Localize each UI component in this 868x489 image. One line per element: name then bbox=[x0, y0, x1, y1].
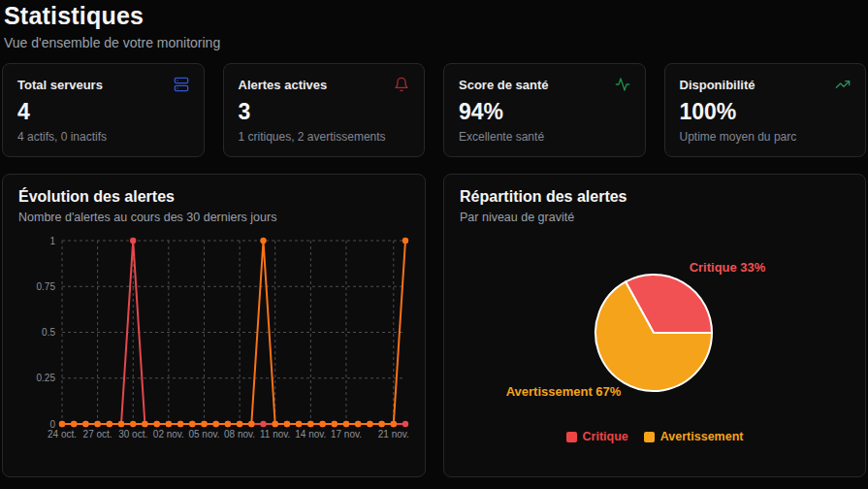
page-title: Statistiques bbox=[2, 2, 866, 30]
card-active-alerts: Alertes actives 3 1 critiques, 2 avertis… bbox=[223, 63, 426, 157]
alert-distribution-panel: Répartition des alertes Par niveau de gr… bbox=[443, 174, 866, 477]
svg-text:02 nov.: 02 nov. bbox=[153, 429, 184, 440]
panel-title: Évolution des alertes bbox=[18, 188, 409, 206]
card-sub: 1 critiques, 2 avertissements bbox=[239, 130, 410, 144]
legend-item-critique[interactable]: Critique bbox=[566, 430, 628, 443]
svg-text:05 nov.: 05 nov. bbox=[188, 429, 219, 440]
svg-text:11 nov.: 11 nov. bbox=[260, 429, 290, 440]
server-icon bbox=[174, 77, 189, 92]
svg-text:0.75: 0.75 bbox=[37, 281, 56, 292]
legend-item-avertissement[interactable]: Avertissement bbox=[644, 430, 744, 443]
stat-cards-row: Total serveurs 4 4 actifs, 0 inactifs Al… bbox=[2, 63, 866, 157]
legend-swatch-avertissement bbox=[644, 432, 655, 442]
statistics-page: Statistiques Vue d'ensemble de votre mon… bbox=[0, 0, 868, 479]
page-subtitle: Vue d'ensemble de votre monitoring bbox=[2, 35, 866, 50]
card-label: Disponibilité bbox=[680, 78, 755, 92]
card-label: Alertes actives bbox=[239, 78, 328, 92]
card-total-servers: Total serveurs 4 4 actifs, 0 inactifs bbox=[2, 63, 205, 157]
panel-subtitle: Par niveau de gravité bbox=[460, 211, 850, 224]
svg-text:24 oct.: 24 oct. bbox=[48, 429, 77, 440]
svg-text:14 nov.: 14 nov. bbox=[295, 429, 326, 440]
alert-evolution-panel: Évolution des alertes Nombre d'alertes a… bbox=[2, 174, 426, 477]
card-value: 4 bbox=[17, 99, 189, 125]
svg-text:08 nov.: 08 nov. bbox=[224, 429, 255, 440]
charts-row: Évolution des alertes Nombre d'alertes a… bbox=[2, 174, 866, 477]
alert-evolution-chart: 00.250.50.75124 oct.27 oct.30 oct.02 nov… bbox=[18, 232, 411, 447]
trending-up-icon bbox=[835, 77, 851, 92]
legend-label: Avertissement bbox=[660, 430, 744, 443]
svg-text:0.5: 0.5 bbox=[42, 327, 55, 338]
card-sub: 4 actifs, 0 inactifs bbox=[17, 130, 189, 144]
card-label: Total serveurs bbox=[17, 78, 103, 92]
card-value: 100% bbox=[680, 99, 852, 125]
card-label: Score de santé bbox=[459, 78, 549, 92]
svg-text:21 nov.: 21 nov. bbox=[378, 429, 409, 440]
svg-text:30 oct.: 30 oct. bbox=[118, 429, 147, 440]
svg-text:0: 0 bbox=[49, 419, 55, 430]
pie-legend: Critique Avertissement bbox=[460, 430, 850, 443]
svg-text:Critique 33%: Critique 33% bbox=[690, 260, 766, 275]
legend-label: Critique bbox=[583, 430, 628, 443]
card-value: 94% bbox=[459, 99, 630, 125]
alert-distribution-pie: Critique 33%Avertissement 67% bbox=[460, 232, 853, 426]
card-health-score: Score de santé 94% Excellente santé bbox=[443, 63, 646, 157]
card-availability: Disponibilité 100% Uptime moyen du parc bbox=[664, 63, 867, 157]
card-sub: Uptime moyen du parc bbox=[680, 130, 852, 144]
svg-text:0.25: 0.25 bbox=[37, 373, 56, 383]
svg-text:Avertissement 67%: Avertissement 67% bbox=[506, 384, 622, 399]
panel-title: Répartition des alertes bbox=[460, 188, 850, 206]
svg-text:17 nov.: 17 nov. bbox=[331, 429, 362, 440]
svg-text:27 oct.: 27 oct. bbox=[83, 429, 113, 440]
panel-subtitle: Nombre d'alertes au cours des 30 dernier… bbox=[18, 211, 409, 224]
card-sub: Excellente santé bbox=[459, 130, 630, 144]
svg-text:1: 1 bbox=[49, 236, 55, 246]
legend-swatch-critique bbox=[566, 432, 577, 442]
bell-icon bbox=[394, 77, 409, 92]
card-value: 3 bbox=[239, 99, 410, 125]
activity-icon bbox=[615, 77, 630, 92]
